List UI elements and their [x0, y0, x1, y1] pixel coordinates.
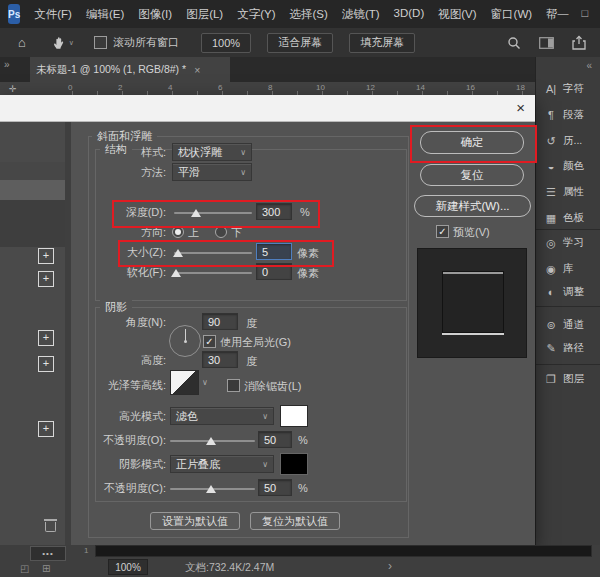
tab-close-icon[interactable]: × [194, 64, 200, 76]
canvas-bottom-edge[interactable] [95, 545, 592, 557]
dialog-close-icon[interactable]: × [516, 99, 525, 116]
menu-image[interactable]: 图像(I) [138, 7, 172, 22]
history-icon: ↺ [543, 135, 559, 148]
photoshop-logo: Ps [8, 4, 20, 24]
highlight-mode-dropdown[interactable]: 滤色 ∨ [170, 407, 274, 425]
direction-up-radio[interactable] [172, 226, 184, 238]
soften-slider[interactable] [174, 272, 252, 274]
share-icon[interactable] [572, 35, 586, 50]
menu-select[interactable]: 选择(S) [290, 7, 328, 22]
toolbar-more-icon[interactable]: ••• [30, 546, 66, 561]
menu-edit[interactable]: 编辑(E) [86, 7, 124, 22]
panel-tab-history[interactable]: ↺ 历... [536, 131, 600, 151]
depth-slider[interactable] [174, 212, 252, 214]
document-tab-bar: 未标题-1 @ 100% (1, RGB/8#) * × [28, 57, 535, 82]
hand-tool-chevron-icon[interactable]: ∨ [69, 39, 74, 47]
right-panel: « A| 字符 ¶ 段落 ↺ 历... ◒ 颜色 ☰ 属性 ▦ 色板 ◎ 学习 [535, 57, 600, 545]
hand-tool-icon[interactable] [52, 36, 66, 50]
panel-tab-adjustments[interactable]: ◐ 调整 [536, 282, 600, 302]
highlight-color-swatch[interactable] [280, 405, 308, 427]
menu-file[interactable]: 文件(F) [34, 7, 72, 22]
menu-bar: Ps 文件(F) 编辑(E) 图像(I) 图层(L) 文字(Y) 选择(S) 滤… [0, 0, 600, 28]
panel-tab-paragraph[interactable]: ¶ 段落 [536, 105, 600, 125]
status-expand-icon[interactable]: › [388, 559, 392, 573]
panel-tab-color[interactable]: ◒ 颜色 [536, 156, 600, 176]
panel-tab-properties[interactable]: ☰ 属性 [536, 182, 600, 202]
panel-label: 路径 [563, 341, 584, 355]
fit-screen-button[interactable]: 适合屏幕 [267, 33, 333, 53]
depth-slider-thumb[interactable] [191, 209, 201, 217]
soften-slider-thumb[interactable] [171, 269, 181, 277]
properties-icon: ☰ [543, 186, 559, 199]
reset-button[interactable]: 复位 [420, 164, 524, 186]
collapse-right-panel-icon[interactable]: « [586, 60, 592, 71]
home-icon[interactable]: ⌂ [18, 35, 26, 50]
size-slider-thumb[interactable] [173, 249, 183, 257]
panel-tab-layers[interactable]: ❐ 图层 [536, 369, 600, 389]
new-style-button[interactable]: 新建样式(W)... [414, 195, 531, 217]
panel-tab-paths[interactable]: ✎ 路径 [536, 338, 600, 358]
workspace-layout-icon[interactable] [539, 37, 554, 49]
angle-field[interactable]: 90 [202, 313, 238, 330]
altitude-field[interactable]: 30 [202, 351, 238, 368]
zoom-100-button[interactable]: 100% [201, 33, 251, 53]
menu-items: 文件(F) 编辑(E) 图像(I) 图层(L) 文字(Y) 选择(S) 滤镜(T… [34, 7, 557, 22]
shadow-mode-dropdown[interactable]: 正片叠底 ∨ [170, 455, 274, 473]
expand-left-panel-icon[interactable]: » [4, 59, 10, 70]
document-size-info: 文档:732.4K/2.47M [185, 561, 274, 575]
add-effect-icon[interactable]: + [38, 330, 54, 346]
global-light-label: 使用全局光(G) [220, 335, 291, 350]
style-dropdown[interactable]: 枕状浮雕 ∨ [172, 143, 252, 161]
angle-dial[interactable] [169, 325, 201, 357]
status-zoom-value[interactable]: 100% [108, 559, 148, 575]
anti-alias-label: 消除锯齿(L) [244, 379, 301, 394]
minimize-icon[interactable]: — [558, 7, 569, 22]
menu-filter[interactable]: 滤镜(T) [342, 7, 380, 22]
panel-tab-channels[interactable]: ⊚ 通道 [536, 315, 600, 335]
scroll-all-windows-checkbox[interactable] [94, 36, 107, 49]
panel-tab-libraries[interactable]: ◉ 库 [536, 259, 600, 279]
photoshop-window: Ps 文件(F) 编辑(E) 图像(I) 图层(L) 文字(Y) 选择(S) 滤… [0, 0, 600, 577]
highlight-opacity-slider[interactable] [170, 440, 255, 442]
shadow-opacity-slider[interactable] [170, 488, 255, 490]
maximize-icon[interactable]: □ [582, 7, 589, 22]
shadow-opacity-thumb[interactable] [206, 485, 216, 493]
search-icon[interactable] [507, 36, 521, 50]
menu-window[interactable]: 窗口(W) [491, 7, 533, 22]
panel-tab-swatches[interactable]: ▦ 色板 [536, 208, 600, 228]
preview-checkbox[interactable]: ✓ [436, 225, 449, 238]
reset-default-button[interactable]: 复位为默认值 [250, 512, 340, 530]
contour-chevron-icon[interactable]: ∨ [202, 378, 208, 387]
method-dropdown[interactable]: 平滑 ∨ [172, 163, 252, 181]
gloss-contour-thumbnail[interactable] [170, 370, 199, 395]
ok-button[interactable]: 确定 [420, 131, 524, 154]
highlight-opacity-field[interactable]: 50 [258, 431, 292, 448]
chevron-down-icon: ∨ [262, 460, 268, 469]
depth-field[interactable]: 300 [256, 203, 292, 220]
menu-3d[interactable]: 3D(D) [394, 7, 425, 22]
global-light-checkbox[interactable]: ✓ [203, 335, 216, 348]
panel-label: 图层 [563, 372, 584, 386]
soften-field[interactable]: 0 [256, 263, 292, 280]
anti-alias-checkbox[interactable] [227, 379, 240, 392]
panel-tab-learn[interactable]: ◎ 学习 [536, 233, 600, 253]
highlight-opacity-thumb[interactable] [206, 437, 216, 445]
fill-screen-button[interactable]: 填充屏幕 [349, 33, 415, 53]
shadow-color-swatch[interactable] [280, 453, 308, 475]
move-tool-icon[interactable]: ✛ [9, 84, 17, 94]
size-field[interactable]: 5 [256, 243, 292, 260]
shadow-opacity-field[interactable]: 50 [258, 479, 292, 496]
panel-tab-character[interactable]: A| 字符 [536, 79, 600, 99]
document-tab[interactable]: 未标题-1 @ 100% (1, RGB/8#) * × [30, 57, 230, 82]
menu-view[interactable]: 视图(V) [438, 7, 476, 22]
panel-divider [536, 306, 600, 307]
direction-down-radio[interactable] [215, 226, 227, 238]
make-default-button[interactable]: 设置为默认值 [150, 512, 240, 530]
menu-layer[interactable]: 图层(L) [186, 7, 223, 22]
size-slider[interactable] [174, 252, 252, 254]
ruler-tick: 16 [466, 83, 475, 92]
menu-help[interactable]: 帮 [546, 7, 558, 22]
style-list-row-selected[interactable] [0, 180, 65, 200]
menu-type[interactable]: 文字(Y) [237, 7, 275, 22]
delete-effect-icon[interactable] [45, 522, 56, 532]
